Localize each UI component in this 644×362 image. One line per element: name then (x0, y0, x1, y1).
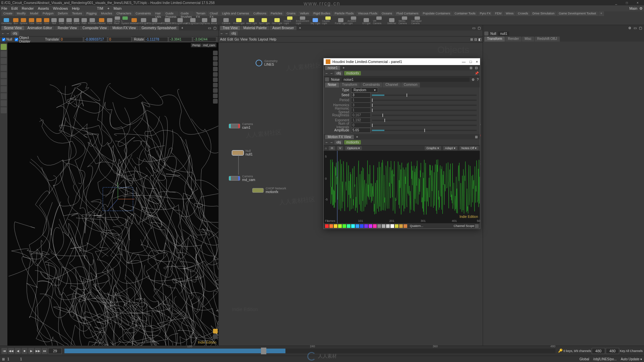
step-back[interactable]: ◀◀ (8, 348, 14, 354)
pane-max-icon[interactable]: ▢ (212, 26, 217, 30)
node-cam1[interactable]: Cameracam1 (229, 122, 253, 129)
key-all[interactable]: Key All Channels (620, 349, 643, 353)
shelf-tool-stereo camera[interactable]: Stereo Camera (398, 16, 411, 24)
shelf-tab[interactable]: Cloud FX (208, 11, 220, 16)
shelf-tab[interactable]: Muscles (99, 11, 114, 16)
fwd-icon[interactable]: → (330, 71, 333, 75)
shelf-tab[interactable]: Deform (56, 11, 70, 16)
shelf-tab[interactable]: Wires (504, 11, 516, 16)
mfx-h[interactable]: H (329, 146, 335, 150)
net-icon[interactable]: ⊞ (470, 38, 473, 41)
crumb-obj[interactable]: obj (334, 71, 343, 75)
shelf-tool-rslightdome[interactable]: RSLightDome (149, 16, 161, 24)
crumb-obj[interactable]: obj (229, 31, 238, 36)
fwd-icon[interactable]: → (225, 32, 228, 35)
shelf-tool-environment light[interactable]: Environment Light (297, 16, 309, 24)
shelf-tab[interactable]: Modify (15, 11, 28, 16)
shelf-tool-about[interactable]: About (211, 16, 217, 24)
render-tool-icon[interactable] (1, 107, 7, 113)
pane-icon[interactable]: ▭ (633, 26, 637, 30)
plus-icon[interactable]: + (107, 6, 109, 10)
color-swatch[interactable] (382, 224, 385, 228)
shelf-tool-tube[interactable]: Tube (28, 16, 35, 24)
color-swatch[interactable] (373, 224, 377, 228)
panel-icon[interactable]: ⊟ (474, 66, 479, 70)
shelf-tool-line[interactable]: Line (58, 16, 65, 24)
brush-tool-icon[interactable] (1, 93, 7, 99)
color-swatch[interactable] (342, 224, 346, 228)
shelf-tool-caustic light[interactable]: Caustic Light (322, 16, 334, 24)
rx-field[interactable]: -1.11278 (145, 37, 168, 42)
shelf-tab[interactable]: Vellum (298, 11, 311, 16)
net-menu-go[interactable]: Go (234, 38, 239, 41)
tab-scene-view[interactable]: Scene View (1, 26, 24, 30)
shelf-tab[interactable]: Crowds (516, 11, 530, 16)
shelf-tool-sky light[interactable]: Sky Light (309, 16, 321, 24)
panel-min[interactable]: — (462, 60, 466, 64)
node-motionfx[interactable]: CHOP Networkmotionfx (252, 187, 286, 194)
pin-icon[interactable]: 📌 (475, 71, 479, 75)
shelf-tab[interactable]: Populate Containers (421, 11, 452, 16)
shelf-tab[interactable]: Rigid Bodies (311, 11, 332, 16)
shelf-tab[interactable]: Game Development Toolset (557, 11, 598, 16)
color-swatch[interactable] (334, 224, 337, 228)
gear-icon[interactable]: ⚙ (639, 6, 643, 11)
pane-icon[interactable]: ▢ (638, 26, 643, 30)
color-swatch[interactable] (351, 224, 355, 228)
shelf-tool-box[interactable]: Box (12, 16, 19, 24)
net-menu-help[interactable]: Help (269, 38, 276, 41)
stop[interactable]: ■ (21, 348, 28, 354)
crumb-obj[interactable]: obj (11, 31, 19, 36)
tab-mfx[interactable]: Motion FX View (325, 135, 354, 139)
shelf-tab[interactable]: Create (1, 11, 14, 16)
menu-assets[interactable]: Assets (38, 6, 49, 10)
node-lines[interactable]: GeometryLINES (256, 59, 278, 66)
vp-icon[interactable] (213, 329, 218, 334)
shelf-tool-rsmath[interactable]: RSMath (88, 16, 97, 24)
shelf-tab[interactable]: Container Tools (452, 11, 477, 16)
shelf-tool-rslightsun[interactable]: RSLightSun (187, 16, 199, 24)
ptab-constraints[interactable]: Constraints (360, 82, 383, 87)
mfx-graph[interactable]: 5 0 -5 Frames 110120130140150 Indie Edit… (324, 151, 480, 223)
rz-field[interactable]: -3.04244 (193, 37, 216, 42)
mfx-notes[interactable]: Notes Off ▾ (460, 146, 479, 150)
vp-icon[interactable] (213, 99, 218, 104)
last-frame[interactable]: ⏭ (42, 348, 48, 354)
shelf-tab[interactable]: Characters (114, 11, 133, 16)
mfx-options[interactable]: Options ▾ (345, 146, 362, 150)
panel-titlebar[interactable]: Houdini Indie Limited-Commercial - panel… (324, 58, 480, 65)
tab-add[interactable]: + (354, 135, 360, 139)
menu-render[interactable]: Render (22, 6, 34, 10)
tz-field[interactable]: 0 (108, 37, 131, 42)
first-frame[interactable]: ⏮ (1, 348, 7, 354)
desktop-right[interactable]: Main (629, 6, 637, 10)
ptab-rsobj[interactable]: Redshift OBJ (535, 37, 560, 42)
back-icon[interactable]: ← (325, 140, 328, 144)
shelf-tab[interactable]: Viscous Fluids (356, 11, 379, 16)
shelf-tool-gamepad camera[interactable]: Gamepad Camera (411, 16, 423, 24)
mfx-v[interactable]: V (337, 146, 343, 150)
tab-anim-editor[interactable]: Animation Editor (25, 26, 55, 30)
shelf-tab[interactable]: Constraints (133, 11, 153, 16)
shelf-tool-rslightportal[interactable]: RSLightPortal (174, 16, 186, 24)
shelf-tool-torus[interactable]: Torus (36, 16, 42, 24)
crumb-motionfx[interactable]: motionfx (344, 71, 361, 75)
shelf-tab[interactable]: Hair Utils (153, 11, 163, 16)
shelf-tool-l-system[interactable]: L-System (121, 16, 129, 24)
select-tool-icon[interactable] (1, 44, 7, 50)
panel-icon[interactable]: ⊞ (469, 66, 473, 70)
shelf-tool-spray paint[interactable]: Spray Paint (114, 16, 120, 24)
playhead[interactable] (261, 348, 266, 354)
window-min[interactable]: _ (611, 1, 621, 5)
snap-tool-icon[interactable] (1, 79, 7, 85)
shelf-tool-camera[interactable]: Camera (220, 16, 232, 24)
color-swatch[interactable] (390, 224, 394, 228)
color-swatch[interactable] (377, 224, 381, 228)
ty-field[interactable]: -0.00933717 (84, 37, 107, 42)
vp-icon[interactable] (213, 72, 218, 77)
shelf-tool-portal light[interactable]: Portal Light (335, 16, 347, 24)
color-swatch[interactable] (356, 224, 359, 228)
vp-icon[interactable] (213, 61, 218, 66)
shelf-tool-rslight[interactable]: RSLight (140, 16, 148, 24)
vp-icon[interactable] (213, 51, 218, 55)
